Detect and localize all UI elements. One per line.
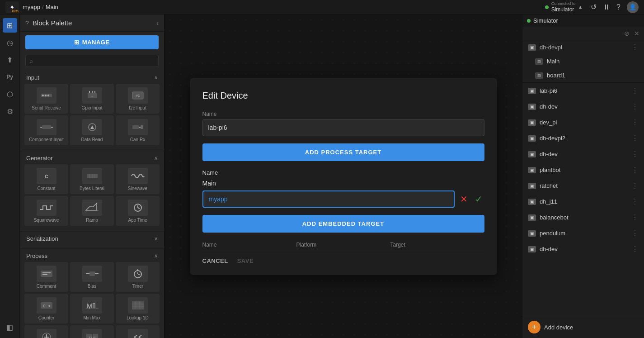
device-more-dh-dev-1[interactable]: ⋮ [631,102,639,111]
section-serialization-header[interactable]: Serialization ∨ [20,232,164,245]
block-lookup-1d[interactable]: Lookup 1D [116,294,160,324]
device-item-plantbot[interactable]: ▣ plantbot ⋮ [522,162,644,178]
confirm-action-button[interactable]: ✓ [473,192,484,206]
device-more-dh-j11[interactable]: ⋮ [631,197,639,206]
svg-line-26 [138,208,140,209]
search-icon: ⌕ [29,57,33,64]
block-ramp[interactable]: Ramp [70,196,114,226]
add-process-button[interactable]: ADD PROCESS TARGET [202,143,484,161]
help-icon[interactable]: ? [616,3,620,11]
simulator-dropdown[interactable]: Simulator [522,14,644,27]
rail-settings-icon[interactable]: ⚙ [3,104,17,119]
modal-title: Edit Device [202,90,484,101]
sinewave-icon [128,168,148,184]
device-item-ratchet[interactable]: ▣ ratchet ⋮ [522,178,644,194]
rail-history-icon[interactable]: ◷ [3,35,17,50]
section-process-header[interactable]: Process ∧ [20,249,164,262]
device-item-balancebot[interactable]: ▣ balancebot ⋮ [522,209,644,225]
add-device-label: Add device [544,324,573,331]
device-more-ratchet[interactable]: ⋮ [631,181,639,190]
block-gpio-input[interactable]: → Gpio Input [70,84,114,114]
rail-upload-icon[interactable]: ⬆ [3,52,17,67]
device-item-dh-dev-1[interactable]: ▣ dh-dev ⋮ [522,99,644,114]
device-more-dev-pi[interactable]: ⋮ [631,118,639,127]
block-constant[interactable]: c Constant [24,164,68,194]
block-counter[interactable]: 0..n Counter [24,294,68,324]
device-icon-dh-j11: ▣ [528,199,536,205]
data-read-label: Data Read [81,137,103,143]
svg-rect-15 [132,125,139,129]
block-switch[interactable]: Switch [70,325,114,338]
rail-python-icon[interactable]: Py [3,70,17,84]
block-can-rx[interactable]: Can Rx [116,115,160,145]
modal-cancel-button[interactable]: CANCEL [202,257,228,264]
refresh-icon[interactable]: ↺ [591,3,597,11]
section-input-header[interactable]: Input ∧ [20,71,164,84]
device-item-dh-j11[interactable]: ▣ dh_j11 ⋮ [522,194,644,209]
toolbar-ban-icon[interactable]: ⊘ [624,30,630,37]
block-serial-receive[interactable]: Serial Receive [24,84,68,114]
device-item-pendulum[interactable]: ▣ pendulum ⋮ [522,225,644,241]
device-item-main[interactable]: ⊟ Main [522,54,644,68]
device-more-dh-devpi[interactable]: ⋮ [631,43,639,52]
min-max-label: Min Max [84,315,101,321]
device-more-dh-devpi2[interactable]: ⋮ [631,134,639,143]
block-comment[interactable]: Comment [24,262,68,292]
breadcrumb-page[interactable]: Main [46,4,58,10]
add-embedded-button[interactable]: ADD EMBEDDED TARGET [202,215,484,233]
device-more-pendulum[interactable]: ⋮ [631,229,639,238]
device-item-board1[interactable]: ⊟ board1 [522,68,644,82]
breadcrumb-app[interactable]: myapp [23,4,40,10]
user-avatar[interactable]: 👤 [627,1,639,13]
block-bytes-literal[interactable]: Bytes Literal [70,164,114,194]
device-more-dh-dev-3[interactable]: ⋮ [631,245,639,253]
device-more-dh-dev-2[interactable]: ⋮ [631,150,639,158]
device-item-lab-pi6[interactable]: ▣ lab-pi6 ⋮ [522,83,644,99]
block-sum[interactable]: Sum [24,325,68,338]
block-data-read[interactable]: Data Read [70,115,114,145]
logo-beta: Beta [12,10,19,13]
can-rx-label: Can Rx [130,137,145,143]
rail-blocks-icon[interactable]: ⊞ [3,18,17,33]
modal-save-button[interactable]: SAVE [237,257,254,264]
block-app-time[interactable]: App Time [116,196,160,226]
block-comparison[interactable]: Comparison [116,325,160,338]
device-item-dh-devpi[interactable]: ▣ dh-devpi ⋮ [522,40,644,54]
rail-debug-icon[interactable]: ⬡ [3,87,17,101]
device-more-plantbot[interactable]: ⋮ [631,166,639,174]
device-name-dh-j11: dh_j11 [540,198,628,205]
name-input[interactable] [202,119,484,136]
block-i2c-input[interactable]: I²C I2c Input [116,84,160,114]
section-process-arrow: ∧ [154,253,158,259]
process-blocks: Comment Bias Timer [20,262,164,338]
device-item-dh-devpi2[interactable]: ▣ dh-devpi2 ⋮ [522,130,644,146]
canvas-area[interactable]: Edit Device Name ADD PROCESS TARGET Name… [165,14,522,338]
device-item-dh-dev-3[interactable]: ▣ dh-dev ⋮ [522,241,644,257]
search-input[interactable] [36,57,155,64]
rail-layers-icon[interactable]: ◧ [3,320,17,334]
block-component-input[interactable]: Component Input [24,115,68,145]
device-more-lab-pi6[interactable]: ⋮ [631,86,639,95]
block-bias[interactable]: Bias [70,262,114,292]
block-squarewave[interactable]: Squarewave [24,196,68,226]
block-timer[interactable]: Timer [116,262,160,292]
name-label: Name [202,111,484,117]
block-sinewave[interactable]: Sinewave [116,164,160,194]
section-generator-header[interactable]: Generator ∧ [20,151,164,164]
cancel-action-button[interactable]: ✕ [458,192,470,206]
device-more-balancebot[interactable]: ⋮ [631,213,639,222]
palette-collapse-icon[interactable]: ‹ [156,19,159,27]
pause-icon[interactable]: ⏸ [603,3,610,11]
logo[interactable]: ✦ Beta [5,1,19,13]
toolbar-close-icon[interactable]: ✕ [634,30,639,37]
add-device-button[interactable]: + Add device [528,321,639,333]
app-input[interactable] [202,190,455,208]
manage-button[interactable]: ⊞ MANAGE [25,35,159,49]
device-item-dev-pi[interactable]: ▣ dev_pi ⋮ [522,114,644,130]
modal-overlay[interactable]: Edit Device Name ADD PROCESS TARGET Name… [165,14,522,338]
topbar: ✦ Beta myapp / Main Connected to Simulat… [0,0,644,14]
connection-dropdown-arrow[interactable]: ▲ [578,5,583,10]
device-item-dh-dev-2[interactable]: ▣ dh-dev ⋮ [522,146,644,162]
block-min-max[interactable]: Min Max [70,294,114,324]
device-icon-lab-pi6: ▣ [528,88,536,94]
